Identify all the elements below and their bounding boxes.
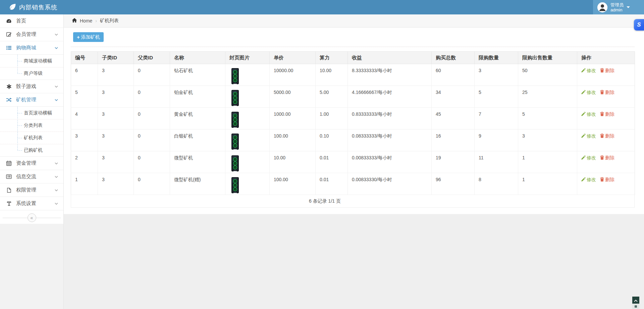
delete-link[interactable]: 删除: [600, 111, 614, 117]
col-header-parent-id: 父类ID: [134, 52, 170, 64]
cell-purchased: 16: [432, 130, 475, 151]
sidebar-item-home[interactable]: 首页: [0, 14, 63, 28]
cell-actions: 修改 删除: [577, 64, 635, 86]
user-info: 管理员 admin: [610, 2, 624, 12]
miner-image: [229, 133, 241, 150]
cell-price: 10000.00: [270, 64, 316, 86]
chevron-up-icon: [634, 297, 638, 303]
sidebar-item-messages[interactable]: 信息交流: [0, 170, 63, 184]
edit-label: 修改: [587, 90, 596, 96]
sidebar-item-label: 骰子游戏: [16, 83, 55, 90]
sidebar-collapse-button[interactable]: «: [28, 213, 36, 222]
cell-price: 100.00: [270, 130, 316, 151]
cell-limit-buy: 8: [475, 173, 518, 195]
sidebar-subitem-mall-banner[interactable]: 商城滚动横幅: [0, 55, 63, 67]
cell-power: 0.01: [316, 173, 348, 195]
miner-image: [229, 155, 241, 172]
cell-cover-image: [225, 108, 270, 130]
sidebar-item-settings[interactable]: 系统设置: [0, 197, 63, 210]
col-header-limit-buy: 限购数量: [475, 52, 518, 64]
edit-label: 修改: [587, 111, 596, 117]
sidebar-subitem-category-list[interactable]: 分类列表: [0, 119, 63, 132]
delete-link[interactable]: 删除: [600, 68, 614, 74]
user-name: admin: [610, 7, 624, 12]
cell-limit-sell: 5: [518, 108, 577, 130]
sidebar-item-permissions[interactable]: 权限管理: [0, 184, 63, 197]
cell-id: 5: [71, 86, 98, 108]
sidebar-item-members[interactable]: 会员管理: [0, 28, 63, 41]
edit-link[interactable]: 修改: [581, 90, 596, 96]
user-menu[interactable]: 管理员 admin: [593, 0, 644, 14]
col-header-income: 收益: [348, 52, 432, 64]
miner-image: [229, 90, 241, 106]
sidebar-item-label: 系统设置: [16, 200, 55, 207]
table-header-row: 编号 子类ID 父类ID 名称 封页图片 单价 算力 收益 购买总数 限购数量: [71, 52, 635, 64]
sidebar-item-funds[interactable]: 资金管理: [0, 157, 63, 170]
cell-cover-image: [225, 86, 270, 108]
cell-cover-image: [225, 130, 270, 151]
edit-link[interactable]: 修改: [581, 68, 596, 74]
corner-secondary-button[interactable]: [632, 304, 639, 309]
edit-link[interactable]: 修改: [581, 133, 596, 139]
avatar: [597, 2, 607, 12]
user-role: 管理员: [610, 2, 624, 7]
table-row: 6 3 0 钻石矿机 10000.00 10.00 8.33333333/每小时…: [71, 64, 635, 86]
add-miner-label: 添加矿机: [81, 34, 100, 40]
delete-link[interactable]: 删除: [600, 90, 614, 96]
cell-power: 5.00: [316, 86, 348, 108]
sidebar-subitem-home-banner[interactable]: 首页滚动横幅: [0, 107, 63, 119]
sidebar-item-miners[interactable]: 矿机管理: [0, 93, 63, 107]
pencil-icon: [581, 155, 586, 161]
sidebar-item-label: 权限管理: [16, 187, 55, 193]
breadcrumb-home-link[interactable]: Home: [72, 18, 92, 24]
sidebar-item-label: 信息交流: [16, 173, 55, 180]
cell-limit-sell: 50: [518, 64, 577, 86]
cell-limit-sell: 1: [518, 173, 577, 195]
sidebar-subitem-miner-list[interactable]: 矿机列表: [0, 132, 63, 144]
pencil-icon: [581, 134, 586, 139]
cell-income: 0.08333333/每小时: [348, 130, 432, 151]
browser-extension-badge[interactable]: S: [634, 19, 644, 31]
sidebar-item-label: 会员管理: [16, 31, 55, 38]
sidebar-item-label: 资金管理: [16, 160, 55, 166]
cell-name: 黄金矿机: [170, 108, 225, 130]
back-to-top-button[interactable]: [632, 297, 639, 304]
cell-name: 铂金矿机: [170, 86, 225, 108]
breadcrumb-home-label: Home: [80, 18, 92, 23]
delete-link[interactable]: 删除: [600, 155, 614, 161]
edit-link[interactable]: 修改: [581, 177, 596, 183]
sidebar-item-label: 首页: [16, 18, 58, 24]
pencil-icon: [581, 90, 586, 95]
cell-limit-buy: 5: [475, 86, 518, 108]
sidebar-item-mall[interactable]: 购物商城: [0, 41, 63, 55]
edit-link[interactable]: 修改: [581, 155, 596, 161]
cell-name: 微型矿机: [170, 151, 225, 173]
cell-cover-image: [225, 64, 270, 86]
top-header: 内部销售系统 管理员 admin: [0, 0, 644, 14]
delete-link[interactable]: 删除: [600, 177, 614, 183]
cell-price: 100.00: [270, 173, 316, 195]
sidebar-collapse-row: «: [0, 212, 63, 224]
message-board-icon: [6, 174, 12, 179]
cell-purchased: 19: [432, 151, 475, 173]
sidebar-item-dice[interactable]: 骰子游戏: [0, 80, 63, 93]
delete-link[interactable]: 删除: [600, 133, 614, 139]
cell-id: 1: [71, 173, 98, 195]
sidebar-subitem-merchant-level[interactable]: 商户等级: [0, 67, 63, 80]
miner-image: [229, 68, 241, 85]
trash-icon: [600, 134, 604, 139]
corner-widgets: [632, 297, 639, 309]
table-row: 1 3 0 微型矿机(赠) 100.00 0.01 0.00833330/每小时…: [71, 173, 635, 195]
table-row: 3 3 0 白银矿机 100.00 0.10 0.08333333/每小时 16…: [71, 130, 635, 151]
delete-label: 删除: [605, 155, 614, 161]
cell-actions: 修改 删除: [577, 151, 635, 173]
col-header-id: 编号: [71, 52, 98, 64]
edit-link[interactable]: 修改: [581, 111, 596, 117]
pencil-icon: [581, 177, 586, 183]
trash-icon: [600, 155, 604, 161]
leaf-icon: [9, 3, 16, 11]
square-icon: [635, 305, 637, 308]
edit-label: 修改: [587, 133, 596, 139]
sidebar-subitem-purchased-miners[interactable]: 已购矿机: [0, 144, 63, 156]
add-miner-button[interactable]: + 添加矿机: [73, 32, 104, 42]
